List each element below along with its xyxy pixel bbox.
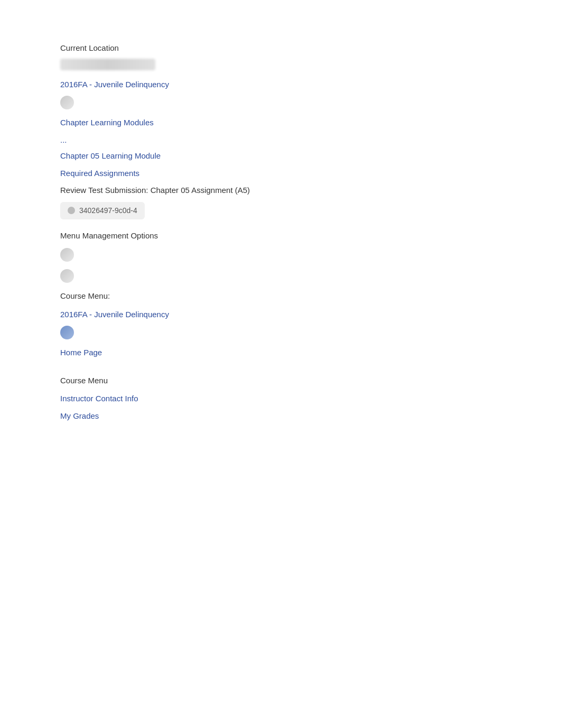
circle-icon-blue-1 (60, 326, 74, 339)
course-menu-value-link[interactable]: 2016FA - Juvenile Delinquency (60, 309, 501, 321)
current-location-label: Current Location (60, 42, 501, 54)
course-menu-section: Course Menu Instructor Contact Info My G… (60, 375, 501, 422)
chapter05-link[interactable]: Chapter 05 Learning Module (60, 150, 501, 162)
course-menu-label: Course Menu: (60, 290, 501, 302)
circle-row-4 (60, 326, 501, 344)
circle-icon-2 (60, 248, 74, 262)
circle-row-2 (60, 248, 501, 266)
uuid-dot-icon (68, 207, 75, 214)
circle-icon-1 (60, 96, 74, 109)
chapter-modules-link[interactable]: Chapter Learning Modules (60, 117, 501, 129)
menu-management-label: Menu Management Options (60, 230, 501, 242)
instructor-contact-link[interactable]: Instructor Contact Info (60, 393, 501, 405)
blurred-bar-top (60, 59, 155, 70)
circle-row-1 (60, 96, 501, 114)
current-location-section: Current Location 2016FA - Juvenile Delin… (60, 42, 501, 197)
required-assignments-link[interactable]: Required Assignments (60, 168, 501, 180)
circle-icon-3 (60, 269, 74, 283)
home-page-link[interactable]: Home Page (60, 347, 501, 359)
course-menu-section-label: Course Menu (60, 375, 501, 387)
uuid-badge: 34026497-9c0d-4 (60, 202, 145, 219)
circle-row-3 (60, 269, 501, 287)
menu-management-section: Menu Management Options Course Menu: 201… (60, 230, 501, 359)
dots: ... (60, 134, 501, 146)
my-grades-link[interactable]: My Grades (60, 410, 501, 422)
review-test-text: Review Test Submission: Chapter 05 Assig… (60, 185, 501, 197)
course-link[interactable]: 2016FA - Juvenile Delinquency (60, 79, 501, 91)
uuid-text: 34026497-9c0d-4 (79, 205, 137, 216)
